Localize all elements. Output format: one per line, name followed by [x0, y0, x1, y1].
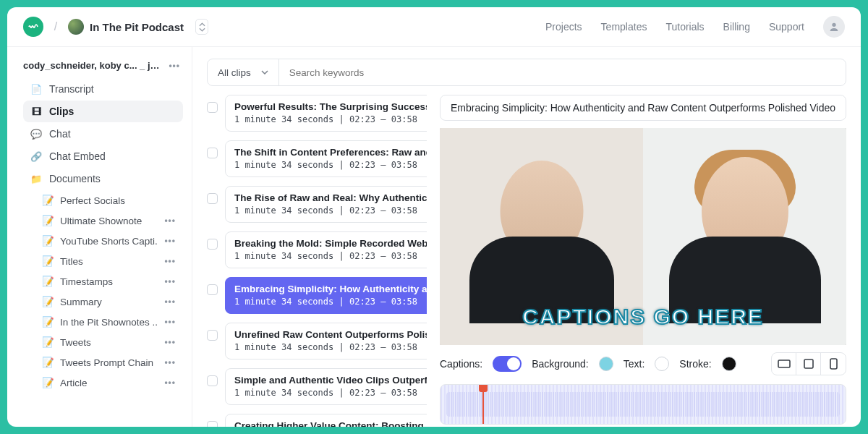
podcast-name: In The Pit Podcast: [90, 21, 184, 33]
clip-checkbox[interactable]: [207, 239, 218, 250]
background-label: Background:: [532, 358, 589, 370]
aspect-square-button[interactable]: [796, 353, 821, 375]
nav-support[interactable]: Support: [769, 21, 804, 33]
document-more-button[interactable]: •••: [161, 297, 179, 307]
sidebar-item-label: Chat: [49, 128, 71, 140]
clip-meta: 1 minute 34 seconds | 02:23 – 03:58: [234, 297, 427, 307]
clip-checkbox[interactable]: [207, 375, 218, 386]
captions-label: Captions:: [440, 358, 482, 370]
clip-checkbox[interactable]: [207, 193, 218, 204]
clip-title: Creating Higher Value Content: Boosting …: [234, 420, 427, 427]
document-item[interactable]: 📝Ultimate Shownote•••: [36, 210, 183, 231]
document-item[interactable]: 📝Summary•••: [36, 292, 183, 312]
document-item[interactable]: 📝Tweets Prompt Chain•••: [36, 352, 183, 373]
caption-overlay-text: CAPTIONS GO HERE: [522, 305, 764, 329]
document-label: Tweets: [60, 337, 91, 348]
document-icon: 📝: [42, 195, 54, 206]
document-more-button[interactable]: •••: [161, 276, 179, 286]
clip-card[interactable]: Unrefined Raw Content Outperforms Polish…: [225, 323, 427, 359]
clip-title: Embracing Simplicity: How Authenticity a…: [234, 284, 427, 294]
document-item[interactable]: 📝Article•••: [36, 373, 183, 393]
document-more-button[interactable]: •••: [161, 357, 179, 367]
chevron-up-down-icon[interactable]: [195, 19, 208, 35]
clip-checkbox[interactable]: [207, 148, 218, 158]
document-label: Summary: [60, 297, 102, 307]
project-title[interactable]: cody_schneider, koby c... _ jan 8...: [23, 60, 161, 71]
nav-billing[interactable]: Billing: [723, 21, 750, 33]
documents-icon: 📁: [30, 174, 42, 184]
chevron-down-icon: [261, 70, 268, 75]
document-more-button[interactable]: •••: [161, 378, 179, 388]
clip-card[interactable]: The Rise of Raw and Real: Why Authentici…: [225, 186, 427, 223]
clip-meta: 1 minute 34 seconds | 02:23 – 03:58: [234, 342, 427, 352]
document-item[interactable]: 📝Timestamps•••: [36, 271, 183, 292]
clip-checkbox[interactable]: [207, 330, 218, 341]
document-more-button[interactable]: •••: [161, 256, 179, 266]
svg-point-0: [832, 23, 835, 27]
aspect-landscape-button[interactable]: [772, 353, 796, 375]
document-item[interactable]: 📝Perfect Socials: [36, 190, 183, 210]
breadcrumb-podcast[interactable]: In The Pit Podcast: [68, 19, 208, 35]
preview-clip-title: Embracing Simplicity: How Authenticity a…: [440, 95, 846, 121]
background-color-swatch[interactable]: [599, 357, 613, 371]
timeline[interactable]: [440, 384, 846, 425]
captions-toggle[interactable]: [493, 356, 522, 372]
document-item[interactable]: 📝Titles•••: [36, 251, 183, 271]
document-label: Tweets Prompt Chain: [60, 357, 153, 368]
clip-title: Breaking the Mold: Simple Recorded Webin…: [234, 238, 427, 249]
app-logo[interactable]: [23, 17, 43, 37]
document-icon: 📝: [42, 235, 54, 247]
clip-card[interactable]: Powerful Results: The Surprising Success…: [225, 95, 427, 132]
document-icon: 📝: [42, 255, 54, 267]
clip-card[interactable]: Creating Higher Value Content: Boosting …: [225, 414, 427, 427]
search-input[interactable]: [279, 67, 846, 78]
document-icon: 📝: [42, 357, 54, 368]
nav-templates[interactable]: Templates: [601, 21, 647, 33]
clip-checkbox[interactable]: [207, 284, 218, 295]
clip-card[interactable]: Simple and Authentic Video Clips Outperf…: [225, 368, 427, 405]
document-item[interactable]: 📝YouTube Shorts Capti...•••: [36, 231, 183, 251]
clips-icon: 🎞: [30, 106, 42, 117]
video-preview[interactable]: CAPTIONS GO HERE: [440, 128, 846, 345]
clip-meta: 1 minute 34 seconds | 02:23 – 03:58: [234, 251, 427, 261]
clip-meta: 1 minute 34 seconds | 02:23 – 03:58: [234, 114, 427, 124]
text-label: Text:: [624, 358, 645, 370]
project-more-button[interactable]: •••: [166, 61, 183, 71]
clip-checkbox[interactable]: [207, 102, 218, 113]
clip-title: The Shift in Content Preferences: Raw an…: [234, 147, 427, 158]
aspect-portrait-button[interactable]: [821, 353, 846, 375]
clip-meta: 1 minute 34 seconds | 02:23 – 03:58: [234, 388, 427, 398]
clips-filter-dropdown[interactable]: All clips: [208, 59, 279, 85]
document-item[interactable]: 📝In the Pit Shownotes ...•••: [36, 312, 183, 332]
text-color-swatch[interactable]: [655, 357, 669, 371]
document-icon: 📝: [42, 215, 54, 226]
nav-projects[interactable]: Projects: [545, 21, 582, 33]
document-icon: 📝: [42, 336, 54, 348]
sidebar-item-chat-embed[interactable]: 🔗 Chat Embed: [23, 145, 183, 167]
sidebar-item-chat[interactable]: 💬 Chat: [23, 123, 183, 145]
nav-tutorials[interactable]: Tutorials: [665, 21, 704, 33]
sidebar-item-clips[interactable]: 🎞 Clips: [23, 101, 183, 122]
clip-card[interactable]: The Shift in Content Preferences: Raw an…: [225, 140, 427, 177]
document-more-button[interactable]: •••: [161, 337, 179, 347]
svg-rect-3: [830, 359, 837, 369]
stroke-label: Stroke:: [679, 358, 711, 370]
clip-card[interactable]: Breaking the Mold: Simple Recorded Webin…: [225, 231, 427, 268]
document-more-button[interactable]: •••: [161, 317, 179, 327]
clip-checkbox[interactable]: [207, 421, 218, 427]
clip-card[interactable]: Embracing Simplicity: How Authenticity a…: [225, 277, 427, 314]
sidebar-item-transcript[interactable]: 📄 Transcript: [23, 78, 183, 100]
clip-title: Powerful Results: The Surprising Success…: [234, 101, 427, 112]
playhead[interactable]: [482, 384, 484, 425]
stroke-color-swatch[interactable]: [722, 357, 736, 371]
document-item[interactable]: 📝Tweets•••: [36, 332, 183, 352]
svg-rect-1: [778, 360, 790, 367]
clip-title: The Rise of Raw and Real: Why Authentici…: [234, 192, 427, 203]
document-more-button[interactable]: •••: [161, 216, 179, 226]
document-more-button[interactable]: •••: [161, 236, 179, 246]
user-avatar[interactable]: [823, 16, 845, 38]
sidebar-item-label: Documents: [49, 173, 101, 184]
sidebar-item-documents[interactable]: 📁 Documents: [23, 168, 183, 190]
document-icon: 📝: [42, 377, 54, 388]
document-icon: 📝: [42, 296, 54, 307]
